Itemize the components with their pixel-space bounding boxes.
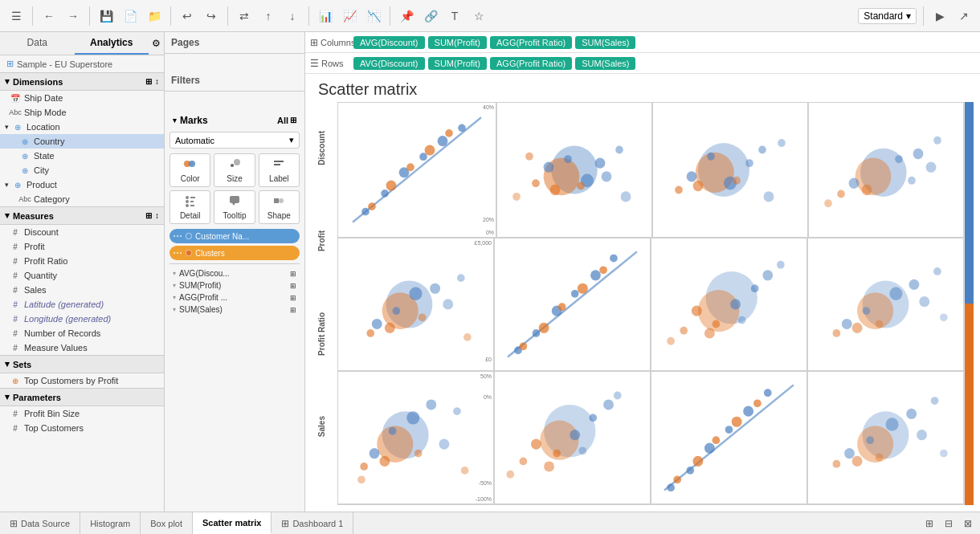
clusters-pill[interactable]: ⋯ Clusters [169, 246, 300, 260]
sort-asc-icon[interactable]: ↑ [259, 6, 278, 26]
tab-histogram[interactable]: Histogram [80, 512, 141, 534]
new-icon[interactable]: 📄 [120, 6, 140, 26]
grid-icon6[interactable]: ⊞ [290, 306, 296, 314]
field-ship-mode[interactable]: Abc Ship Mode [0, 105, 164, 120]
agg-profit[interactable]: ▾ SUM(Profit) ⊞ [169, 279, 300, 291]
save-icon[interactable]: 💾 [96, 6, 116, 26]
star-icon[interactable]: ☆ [469, 6, 488, 26]
svg-point-79 [533, 329, 541, 337]
field-num-records[interactable]: # Number of Records [0, 326, 164, 340]
col-pill-1[interactable]: SUM(Profit) [428, 36, 487, 49]
field-country[interactable]: ⊕ Country [0, 134, 164, 149]
grid-icon2[interactable]: ⊞ [145, 211, 152, 220]
tooltip-button[interactable]: Tooltip [214, 190, 255, 224]
datasource-bar[interactable]: ⊞ Sample - EU Superstore [0, 55, 164, 72]
shape-button[interactable]: Shape [259, 190, 300, 224]
sort-icon2[interactable]: ↕ [155, 211, 159, 220]
present-icon[interactable]: ▶ [930, 6, 949, 26]
field-top-customers[interactable]: ⊕ Top Customers by Profit [0, 373, 164, 388]
back-icon[interactable]: ← [39, 6, 59, 26]
undo-icon[interactable]: ↩ [178, 6, 197, 26]
sort-icon[interactable]: ↕ [155, 77, 159, 86]
field-profit[interactable]: # Profit [0, 239, 164, 254]
row-pill-0[interactable]: AVG(Discount) [353, 57, 425, 70]
svg-marker-13 [232, 203, 235, 206]
field-latitude[interactable]: # Latitude (generated) [0, 297, 164, 312]
tab-analytics[interactable]: Analytics [75, 32, 149, 55]
share-icon[interactable]: ↗ [954, 6, 974, 26]
field-profit-bin-size[interactable]: # Profit Bin Size [0, 406, 164, 421]
field-city[interactable]: ⊕ City [0, 163, 164, 177]
grid-icon5[interactable]: ⊞ [290, 294, 296, 302]
row-pill-1[interactable]: SUM(Profit) [428, 57, 487, 70]
svg-point-57 [895, 155, 903, 163]
group-product[interactable]: ▾ ⊕ Product [0, 177, 164, 192]
measures-header[interactable]: ▾ Measures ⊞ ↕ [0, 206, 164, 225]
field-label: Longitude (generated) [24, 314, 111, 324]
agg-discount[interactable]: ▾ AVG(Discou... ⊞ [169, 267, 300, 279]
row-pill-3[interactable]: SUM(Sales) [575, 57, 635, 70]
field-longitude[interactable]: # Longitude (generated) [0, 312, 164, 326]
panel-settings-icon[interactable]: ⚙ [149, 32, 164, 55]
field-top-customers-param[interactable]: # Top Customers [0, 421, 164, 435]
datasource-tab-label: Data Source [21, 519, 70, 528]
tab-box-plot[interactable]: Box plot [141, 512, 193, 534]
group-icon: ⊕ [12, 179, 23, 190]
sort-desc-icon[interactable]: ↓ [283, 6, 302, 26]
marks-grid-icon[interactable]: ⊞ [290, 116, 296, 125]
chart-type-icon[interactable]: 📊 [316, 6, 335, 26]
field-discount[interactable]: # Discount [0, 225, 164, 239]
size-button[interactable]: Size [214, 153, 255, 187]
agg-profit-ratio[interactable]: ▾ AGG(Profit ... ⊞ [169, 291, 300, 304]
new-dashboard-button[interactable]: ⊟ [940, 515, 958, 532]
tab-data-source[interactable]: ⊞ Data Source [0, 512, 80, 534]
sets-header[interactable]: ▾ Sets [0, 355, 164, 373]
grid-icon4[interactable]: ⊞ [290, 282, 296, 290]
swap-icon[interactable]: ⇄ [235, 6, 254, 26]
dimensions-icons: ⊞ ↕ [145, 77, 159, 86]
hash-icon: # [10, 313, 21, 324]
link-icon[interactable]: 🔗 [421, 6, 440, 26]
open-icon[interactable]: 📁 [145, 6, 164, 26]
tab-dashboard-1[interactable]: ⊞ Dashboard 1 [272, 512, 353, 534]
grid-icon3[interactable]: ⊞ [290, 270, 296, 278]
col-pill-2[interactable]: AGG(Profit Ratio) [490, 36, 572, 49]
field-profit-ratio[interactable]: # Profit Ratio [0, 254, 164, 268]
grid-icon[interactable]: ⊞ [145, 77, 152, 86]
chart-icon-3[interactable]: 📉 [364, 6, 383, 26]
chart-icon-2[interactable]: 📈 [340, 6, 359, 26]
tick-40: 40% [483, 104, 494, 110]
tab-scatter-matrix[interactable]: Scatter matrix [193, 512, 272, 534]
field-ship-date[interactable]: 📅 Ship Date [0, 91, 164, 105]
dimensions-header[interactable]: ▾ Dimensions ⊞ ↕ [0, 72, 164, 91]
col-pill-0[interactable]: AVG(Discount) [353, 36, 425, 49]
label-button[interactable]: Label [259, 153, 300, 187]
forward-icon[interactable]: → [63, 6, 83, 26]
field-state[interactable]: ⊕ State [0, 149, 164, 163]
field-measure-values[interactable]: # Measure Values [0, 340, 164, 355]
marks-collapse-icon[interactable]: ▾ [173, 116, 177, 124]
tab-data[interactable]: Data [0, 32, 75, 55]
col-pill-3[interactable]: SUM(Sales) [575, 36, 635, 49]
agg-sales[interactable]: ▾ SUM(Sales) ⊞ [169, 304, 300, 316]
new-sheet-button[interactable]: ⊞ [921, 515, 938, 532]
color-button[interactable]: Color [169, 153, 210, 187]
detail-button[interactable]: Detail [169, 190, 210, 224]
row-pill-2[interactable]: AGG(Profit Ratio) [490, 57, 572, 70]
parameters-header[interactable]: ▾ Parameters [0, 388, 164, 406]
group-location[interactable]: ▾ ⊕ Location [0, 120, 164, 134]
customer-pill[interactable]: ⋯ Customer Na... [169, 229, 300, 243]
toolbar-menu-icon[interactable]: ☰ [6, 6, 26, 26]
field-quantity[interactable]: # Quantity [0, 268, 164, 283]
field-sales[interactable]: # Sales [0, 283, 164, 297]
text-icon[interactable]: T [445, 6, 464, 26]
automatic-dropdown[interactable]: Automatic ▾ [169, 132, 300, 149]
field-label: Number of Records [24, 328, 100, 338]
field-category[interactable]: Abc Category [0, 192, 164, 206]
pin-icon[interactable]: 📌 [397, 6, 416, 26]
standard-dropdown[interactable]: Standard ▾ [858, 8, 917, 24]
redo-icon[interactable]: ↪ [202, 6, 221, 26]
new-story-button[interactable]: ⊠ [959, 515, 977, 532]
svg-point-21 [438, 136, 448, 146]
svg-point-31 [564, 155, 572, 163]
